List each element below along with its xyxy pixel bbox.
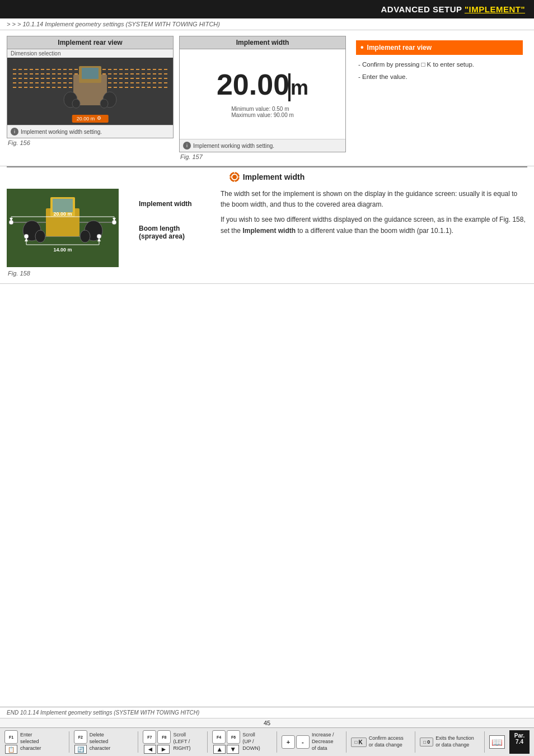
gear-icon-title bbox=[229, 172, 240, 182]
label-boom-length: Boom length (sprayed area) bbox=[139, 225, 212, 240]
figure-156-title: Implement rear view bbox=[7, 36, 173, 49]
svg-text:20.00 m: 20.00 m bbox=[53, 211, 72, 217]
divider-5 bbox=[346, 731, 346, 753]
value-number: 20.00 bbox=[217, 68, 289, 101]
manual-icon-wrapper: 📖 bbox=[489, 735, 505, 749]
key-label-f2: Deleteselectedcharacter bbox=[90, 732, 111, 752]
info-icon-156: i bbox=[11, 128, 18, 136]
svg-point-5 bbox=[72, 99, 80, 108]
svg-point-21 bbox=[24, 234, 29, 239]
arrow-left-icon: ◄ bbox=[144, 745, 156, 754]
divider-2 bbox=[138, 731, 138, 753]
implement-width-term: Implement width bbox=[242, 227, 296, 235]
figure-156-box: Implement rear view Dimension selection bbox=[7, 36, 174, 138]
svg-rect-2 bbox=[82, 68, 99, 79]
implement-width-label: Implement width bbox=[243, 172, 305, 181]
key-group-manual: 📖 bbox=[489, 730, 505, 754]
fig156-tractor-view: 20.00 m ⚙ bbox=[7, 58, 173, 125]
value-display: 20.00m bbox=[217, 68, 308, 101]
arrow-right-icon: ► bbox=[157, 745, 170, 754]
gear-settings-icon: ⚙ bbox=[97, 115, 104, 122]
label-implement-width: Implement width bbox=[139, 200, 212, 208]
key-group-f7f8: F7 F8 ◄ ► Scroll(LEFT /RIGHT) bbox=[143, 730, 203, 754]
tractor-silhouette bbox=[62, 63, 118, 114]
arrow-down-icon: ▼ bbox=[227, 745, 239, 754]
plusminus-key-wrapper: + - bbox=[282, 735, 310, 749]
f2-key-wrapper: F2 🔄 bbox=[74, 730, 87, 754]
f7-key[interactable]: F7 bbox=[143, 730, 156, 744]
ok-key[interactable]: □K bbox=[351, 738, 367, 747]
footer-keys: F1 📋 Enterselectedcharacter F2 🔄 Deletes… bbox=[0, 727, 534, 756]
page-footer: END 10.1.14 Implement geometry settings … bbox=[0, 707, 534, 756]
f6-key[interactable]: F6 bbox=[227, 730, 240, 744]
plusminus-keys: + - bbox=[282, 735, 310, 749]
manual-book-icon: 📖 bbox=[489, 735, 505, 749]
figure-156-footer: i Implement working width setting. bbox=[7, 125, 173, 138]
divider-6 bbox=[415, 731, 415, 753]
page-number: 45 bbox=[0, 718, 534, 727]
f8-key[interactable]: F8 bbox=[157, 730, 171, 744]
svg-text:14.00 m: 14.00 m bbox=[53, 247, 72, 253]
ok-square-icon: □ bbox=[355, 740, 358, 745]
esc-key[interactable]: □0 bbox=[420, 738, 433, 746]
f4-key[interactable]: F4 bbox=[212, 730, 226, 744]
f7f8-arrow-icons: ◄ ► bbox=[144, 745, 170, 754]
ok-key-wrapper: □K bbox=[351, 738, 367, 747]
figure-156-footer-text: Implement working width setting. bbox=[21, 129, 102, 135]
plus-key[interactable]: + bbox=[282, 735, 295, 749]
right-info-panel: Implement rear view - Confirm by pressin… bbox=[352, 36, 527, 160]
figure-156-container: Implement rear view Dimension selection bbox=[7, 36, 174, 160]
fig156-dimension-label: Dimension selection bbox=[7, 49, 173, 58]
min-value: Minimum value: 0.50 m bbox=[231, 106, 294, 112]
figure-157-title: Implement width bbox=[180, 36, 345, 49]
key-group-esc: □0 Exits the functionor data change bbox=[420, 730, 480, 754]
key-group-f4f6: F4 F6 ▲ ▼ Scroll(UP /DOWN) bbox=[212, 730, 272, 754]
svg-point-6 bbox=[100, 99, 108, 108]
svg-point-17 bbox=[35, 230, 45, 242]
key-label-f7f8: Scroll(LEFT /RIGHT) bbox=[173, 732, 190, 752]
f7f8-keys: F7 F8 bbox=[143, 730, 171, 744]
info-bullet1: - Confirm by pressing □ K to enter setup… bbox=[358, 59, 523, 69]
f1-key-wrapper: F1 📋 bbox=[4, 730, 18, 754]
key-group-f2: F2 🔄 Deleteselectedcharacter bbox=[74, 730, 134, 754]
max-value: Maximum value: 90.00 m bbox=[231, 112, 294, 118]
f4f6-key-wrapper: F4 F6 ▲ ▼ bbox=[212, 730, 240, 754]
svg-rect-14 bbox=[53, 199, 73, 212]
value-limits: Minimum value: 0.50 m Maximum value: 90.… bbox=[231, 106, 294, 118]
f1-key[interactable]: F1 bbox=[4, 730, 18, 744]
minus-key[interactable]: - bbox=[296, 735, 310, 749]
figure-157-footer-text: Implement working width setting. bbox=[193, 143, 274, 149]
top-figures-section: Implement rear view Dimension selection bbox=[0, 30, 534, 166]
implement-width-title: Implement width bbox=[7, 172, 527, 182]
diagram-labels-column: Implement width Boom length (sprayed are… bbox=[139, 189, 212, 251]
description-para1: The width set for the implement is shown… bbox=[221, 189, 527, 210]
figure-157-footer: i Implement working width setting. bbox=[180, 139, 345, 152]
info-icon-157: i bbox=[183, 142, 191, 150]
breadcrumb-top: > > > 10.1.14 Implement geometry setting… bbox=[0, 18, 534, 30]
key-label-esc: Exits the functionor data change bbox=[435, 735, 474, 748]
divider-7 bbox=[484, 731, 485, 753]
info-title: Implement rear view bbox=[356, 40, 523, 55]
fig158-diagram-wrapper: 20.00 m 14.00 m bbox=[7, 189, 119, 269]
key-group-ok: □K Confirm accessor data change bbox=[351, 730, 411, 754]
svg-point-22 bbox=[97, 234, 101, 239]
divider-4 bbox=[277, 731, 277, 753]
fig158-box: 20.00 m 14.00 m Fig. 158 bbox=[7, 189, 130, 277]
fig156-label: Fig. 156 bbox=[7, 139, 174, 146]
description-text: The width set for the implement is shown… bbox=[221, 189, 527, 241]
f4f6-arrow-icons: ▲ ▼ bbox=[213, 745, 239, 754]
key-icon-f1: 📋 bbox=[5, 745, 17, 754]
divider-1 bbox=[69, 731, 69, 753]
key-label-ok: Confirm accessor data change bbox=[369, 735, 404, 748]
svg-point-18 bbox=[80, 230, 90, 242]
info-title-text: Implement rear view bbox=[367, 44, 432, 52]
key-group-f1: F1 📋 Enterselectedcharacter bbox=[4, 730, 64, 754]
svg-point-7 bbox=[229, 172, 240, 182]
f2-key[interactable]: F2 bbox=[74, 730, 87, 744]
f7f8-key-wrapper: F7 F8 ◄ ► bbox=[143, 730, 171, 754]
width-badge-value: 20.00 m bbox=[77, 116, 95, 122]
footer-breadcrumb: END 10.1.14 Implement geometry settings … bbox=[0, 707, 534, 718]
description-para2: If you wish to see two different widths … bbox=[221, 214, 527, 236]
par-badge: Par. 7.4 bbox=[509, 730, 530, 754]
key-label-plusminus: Increase /Decreaseof data bbox=[312, 732, 334, 752]
